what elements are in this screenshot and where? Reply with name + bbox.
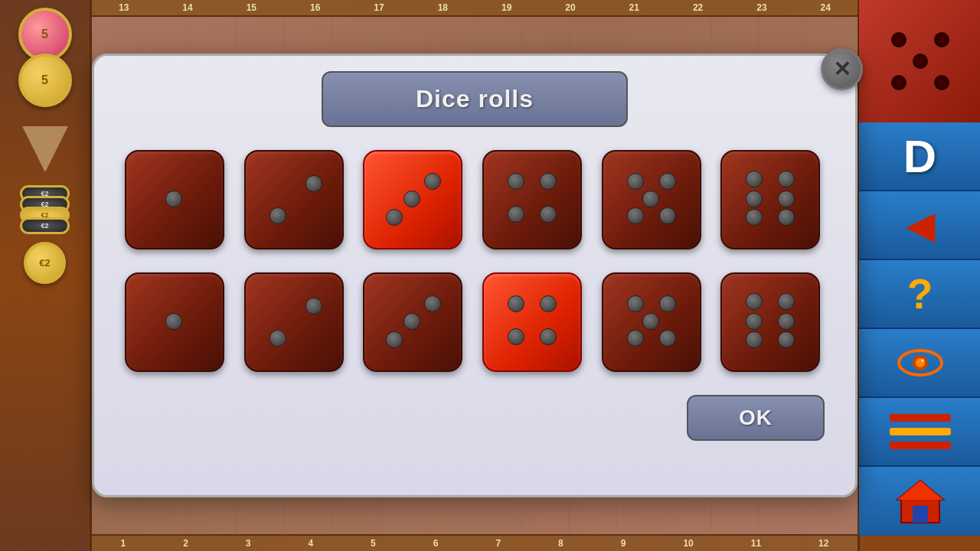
dot — [659, 173, 676, 190]
die-1-4 — [482, 150, 582, 249]
dot — [627, 295, 644, 312]
die-1-6 — [720, 150, 820, 249]
dot — [746, 209, 763, 226]
chip-4: €2 — [20, 217, 70, 234]
die-2-1 — [125, 272, 224, 372]
menu-line-2 — [890, 428, 951, 435]
top-num-20: 20 — [565, 2, 575, 13]
modal-title: Dice rolls — [346, 85, 603, 113]
die-1-2 — [244, 150, 344, 249]
dot — [778, 293, 795, 310]
dot — [540, 295, 557, 312]
svg-marker-6 — [897, 481, 943, 500]
svg-point-3 — [921, 359, 924, 362]
dice-row-2 — [109, 272, 840, 372]
menu-button[interactable] — [859, 398, 981, 467]
top-num-17: 17 — [374, 2, 384, 13]
dot — [659, 207, 676, 224]
dot — [627, 330, 644, 347]
dot — [386, 209, 403, 226]
modal-overlay: ✕ Dice rolls — [92, 17, 858, 534]
dot — [659, 330, 676, 347]
die-2-3 — [363, 272, 462, 372]
ok-button[interactable]: OK — [687, 395, 825, 441]
modal-title-bar: Dice rolls — [322, 71, 628, 127]
dot — [642, 191, 659, 207]
dot — [540, 173, 557, 190]
dot — [270, 207, 286, 224]
dot — [508, 206, 524, 223]
dot — [627, 173, 644, 190]
dot — [305, 175, 322, 192]
top-num-22: 22 — [693, 2, 703, 13]
top-num-13: 13 — [119, 2, 129, 13]
left-sidebar: 5 5 €2 €2 €2 €2 €2 — [0, 0, 92, 551]
dot — [424, 295, 441, 312]
sidebar-dot — [913, 54, 928, 69]
dot — [165, 313, 182, 330]
dot — [424, 173, 441, 190]
game-background: 13 14 15 16 17 18 19 20 21 22 23 24 1 2 … — [0, 0, 980, 551]
sidebar-die-decoration — [859, 0, 981, 122]
dot — [659, 295, 676, 312]
die-2-2 — [244, 272, 344, 372]
dice-rolls-modal: ✕ Dice rolls — [92, 54, 858, 497]
top-num-23: 23 — [756, 2, 766, 13]
dot — [778, 171, 795, 187]
sidebar-dot — [934, 75, 949, 90]
sidebar-dot — [934, 32, 949, 47]
dot — [508, 173, 524, 190]
dice-row-1 — [109, 150, 840, 249]
bottom-number-bar: 1 2 3 4 5 6 7 8 9 10 11 12 — [92, 534, 858, 551]
chip-stack-left: €2 €2 €2 €2 €2 — [20, 191, 70, 284]
die-2-4 — [482, 272, 582, 372]
triangle-decoration — [22, 126, 68, 172]
top-number-bar: 13 14 15 16 17 18 19 20 21 22 23 24 — [92, 0, 858, 17]
dot — [746, 293, 763, 310]
top-num-14: 14 — [182, 2, 192, 13]
close-button[interactable]: ✕ — [821, 48, 863, 90]
help-button[interactable]: ? — [859, 260, 981, 329]
home-button[interactable] — [859, 467, 981, 536]
eye-button[interactable] — [859, 329, 981, 398]
die-1-3 — [363, 150, 462, 249]
back-arrow-button[interactable]: ◀ — [859, 191, 981, 260]
top-num-24: 24 — [821, 2, 831, 13]
top-num-19: 19 — [501, 2, 511, 13]
top-num-21: 21 — [629, 2, 639, 13]
dot — [508, 328, 524, 345]
gold-coin-bottom: €2 — [24, 242, 66, 284]
top-num-18: 18 — [438, 2, 448, 13]
dot — [627, 207, 644, 224]
dot — [305, 298, 322, 315]
sidebar-dot — [891, 75, 906, 90]
dot — [746, 313, 763, 330]
gold-coin-1: 5 — [18, 54, 72, 107]
dot — [403, 191, 420, 207]
dot — [386, 331, 403, 348]
dot — [642, 313, 659, 330]
top-num-15: 15 — [247, 2, 256, 13]
dot — [778, 191, 795, 207]
die-1-5 — [602, 150, 701, 249]
question-mark-icon: ? — [907, 269, 933, 318]
dot — [403, 313, 420, 330]
die-2-5 — [602, 272, 701, 372]
d-button[interactable]: D — [859, 122, 981, 191]
dot — [540, 206, 557, 223]
top-num-16: 16 — [310, 2, 320, 13]
sidebar-dot — [891, 32, 906, 47]
left-arrow-icon: ◀ — [906, 203, 935, 247]
die-2-6 — [720, 272, 820, 372]
eye-icon — [893, 342, 947, 384]
home-icon — [893, 477, 947, 527]
dot — [778, 209, 795, 226]
menu-line-3 — [890, 442, 951, 449]
dot — [508, 295, 524, 312]
dot — [778, 331, 795, 348]
dot — [270, 330, 286, 347]
menu-line-1 — [890, 414, 951, 422]
dot — [746, 171, 763, 187]
dot — [746, 331, 763, 348]
dot — [165, 191, 182, 207]
